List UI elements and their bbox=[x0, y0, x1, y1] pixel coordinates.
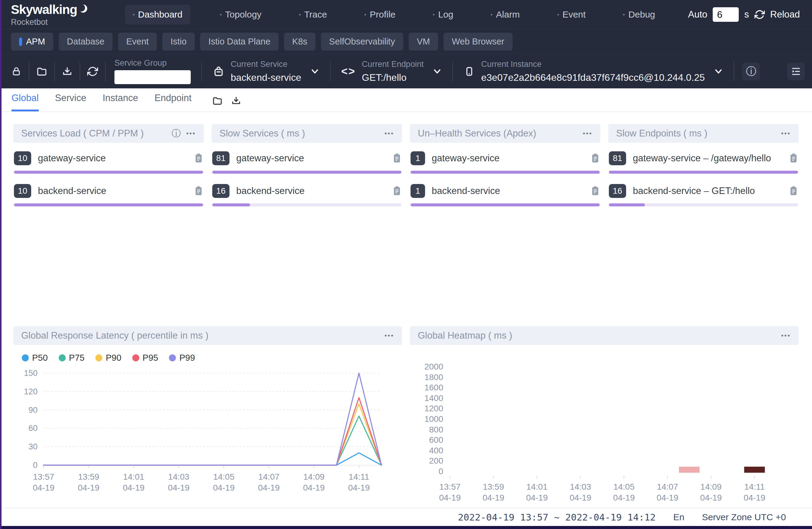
service-name: gateway-service bbox=[432, 153, 584, 164]
service-group-input[interactable] bbox=[114, 70, 191, 84]
tab-global[interactable]: Global bbox=[12, 93, 39, 112]
svg-text:04-19: 04-19 bbox=[168, 483, 190, 493]
nav-item-alarm[interactable]: Alarm bbox=[483, 4, 527, 25]
folder-icon[interactable] bbox=[212, 95, 222, 106]
svg-text:04-19: 04-19 bbox=[700, 493, 722, 502]
copy-icon[interactable] bbox=[392, 153, 402, 164]
chart-title: Global Response Latency ( percentile in … bbox=[21, 330, 208, 341]
copy-icon[interactable] bbox=[789, 153, 798, 164]
latency-chart[interactable]: 030609012015013:5704-1913:5904-1914:0104… bbox=[13, 363, 402, 500]
nav-dot bbox=[433, 14, 434, 15]
active-tab-pill bbox=[19, 38, 22, 46]
legend-item-p95[interactable]: P95 bbox=[132, 353, 158, 363]
selector-bar: Service Group Current Service backend-se… bbox=[0, 54, 812, 88]
app-logo: Skywalking Rocketbot bbox=[11, 2, 89, 27]
metric-row[interactable]: 10 backend-service bbox=[14, 184, 203, 206]
auto-label: Auto bbox=[688, 9, 707, 20]
tab-vm[interactable]: VM bbox=[409, 33, 438, 50]
language-toggle[interactable]: En bbox=[673, 512, 684, 522]
nav-item-event[interactable]: Event bbox=[550, 4, 594, 25]
more-menu-icon[interactable]: ••• bbox=[781, 332, 791, 340]
time-range-picker[interactable]: 2022-04-19 13:57 ~ 2022-04-19 14:12 bbox=[458, 512, 655, 523]
metric-row[interactable]: 1 backend-service bbox=[410, 184, 600, 206]
partially-visible-panel bbox=[0, 526, 812, 529]
tab-instance[interactable]: Instance bbox=[103, 93, 138, 112]
more-menu-icon[interactable]: ••• bbox=[781, 130, 791, 137]
copy-icon[interactable] bbox=[789, 186, 798, 196]
copy-icon[interactable] bbox=[194, 153, 203, 164]
download-icon[interactable] bbox=[231, 95, 241, 106]
svg-text:04-19: 04-19 bbox=[439, 493, 461, 502]
nav-item-dashboard[interactable]: Dashboard bbox=[125, 4, 190, 25]
collapse-panel-icon[interactable] bbox=[787, 63, 805, 80]
nav-item-log[interactable]: Log bbox=[425, 4, 461, 25]
view-tabs-row: Global Service Instance Endpoint bbox=[0, 88, 812, 112]
metric-row[interactable]: 1 gateway-service bbox=[410, 151, 600, 174]
more-menu-icon[interactable]: ••• bbox=[385, 332, 394, 340]
current-service-select[interactable]: Current Service backend-service bbox=[205, 60, 327, 83]
legend-item-p50[interactable]: P50 bbox=[22, 353, 48, 363]
heatmap-chart-card: Global Heatmap ( ms ) ••• 02004006008001… bbox=[410, 326, 799, 506]
copy-icon[interactable] bbox=[591, 186, 600, 196]
nav-item-trace[interactable]: Trace bbox=[291, 4, 335, 25]
metric-row[interactable]: 81 gateway-service bbox=[212, 151, 402, 174]
tab-event[interactable]: Event bbox=[118, 33, 157, 50]
tab-database[interactable]: Database bbox=[59, 33, 113, 50]
chevron-down-icon[interactable] bbox=[310, 68, 319, 75]
footer-bar: 2022-04-19 13:57 ~ 2022-04-19 14:12 En S… bbox=[0, 508, 812, 526]
nav-item-profile[interactable]: Profile bbox=[357, 4, 403, 25]
server-zone[interactable]: Server Zone UTC +0 bbox=[702, 512, 786, 522]
metric-row[interactable]: 16 backend-service – GET:/hello bbox=[609, 184, 798, 206]
auto-seconds-input[interactable] bbox=[713, 7, 739, 22]
download-icon[interactable] bbox=[58, 62, 77, 81]
skywalking-dashboard-page: Skywalking Rocketbot Dashboard Topology … bbox=[0, 0, 812, 529]
info-icon[interactable]: ⓘ bbox=[742, 63, 760, 80]
divider bbox=[79, 62, 80, 81]
legend-item-p90[interactable]: P90 bbox=[96, 353, 121, 363]
svg-text:14:01: 14:01 bbox=[526, 482, 547, 491]
nav-item-debug[interactable]: Debug bbox=[615, 4, 663, 25]
logo-subtitle: Rocketbot bbox=[11, 17, 89, 27]
metric-row[interactable]: 81 gateway-service – /gateway/hello bbox=[609, 151, 798, 174]
folder-icon[interactable] bbox=[32, 62, 52, 81]
reload-button[interactable]: Reload bbox=[770, 9, 800, 20]
chevron-down-icon[interactable] bbox=[433, 68, 442, 75]
heatmap-chart[interactable]: 020040060080010001200140016001800200013:… bbox=[410, 345, 799, 506]
more-menu-icon[interactable]: ••• bbox=[385, 130, 394, 137]
refresh-icon[interactable] bbox=[83, 62, 102, 81]
tab-endpoint[interactable]: Endpoint bbox=[155, 93, 191, 112]
current-endpoint-select[interactable]: <> Current Endpoint GET:/hello bbox=[333, 60, 450, 83]
tab-selfobservability[interactable]: SelfObservability bbox=[321, 33, 403, 50]
divider bbox=[29, 62, 29, 81]
reload-icon[interactable] bbox=[754, 10, 765, 20]
legend-item-p75[interactable]: P75 bbox=[59, 353, 85, 363]
svg-text:14:01: 14:01 bbox=[123, 472, 144, 482]
copy-icon[interactable] bbox=[392, 186, 402, 196]
more-menu-icon[interactable]: ••• bbox=[583, 130, 593, 137]
endpoint-name: backend-service – GET:/hello bbox=[633, 186, 782, 196]
copy-icon[interactable] bbox=[194, 186, 203, 196]
nav-item-topology[interactable]: Topology bbox=[212, 4, 270, 25]
tab-service[interactable]: Service bbox=[55, 93, 86, 112]
svg-text:120: 120 bbox=[24, 387, 38, 396]
svg-text:90: 90 bbox=[28, 406, 38, 415]
value-badge: 16 bbox=[212, 184, 230, 198]
current-instance-select[interactable]: Current Instance e3e07e2a2b664e8c91fda37… bbox=[456, 60, 731, 83]
info-icon[interactable]: ⓘ bbox=[172, 128, 181, 140]
metric-row[interactable]: 10 gateway-service bbox=[14, 151, 203, 174]
tab-apm[interactable]: APM bbox=[11, 33, 53, 50]
metric-row[interactable]: 16 backend-service bbox=[212, 184, 402, 206]
chevron-down-icon[interactable] bbox=[714, 68, 723, 75]
tab-k8s[interactable]: K8s bbox=[284, 33, 316, 50]
metric-bar bbox=[212, 171, 402, 174]
tab-istio[interactable]: Istio bbox=[162, 33, 195, 50]
svg-text:04-19: 04-19 bbox=[743, 493, 765, 502]
divider bbox=[54, 62, 55, 81]
tab-istio-data-plane[interactable]: Istio Data Plane bbox=[200, 33, 278, 50]
more-menu-icon[interactable]: ••• bbox=[186, 130, 196, 137]
lock-icon[interactable] bbox=[7, 62, 26, 81]
tab-web-browser[interactable]: Web Browser bbox=[444, 33, 512, 50]
current-endpoint-value: GET:/hello bbox=[362, 72, 423, 83]
legend-item-p99[interactable]: P99 bbox=[169, 353, 195, 363]
copy-icon[interactable] bbox=[591, 153, 600, 164]
